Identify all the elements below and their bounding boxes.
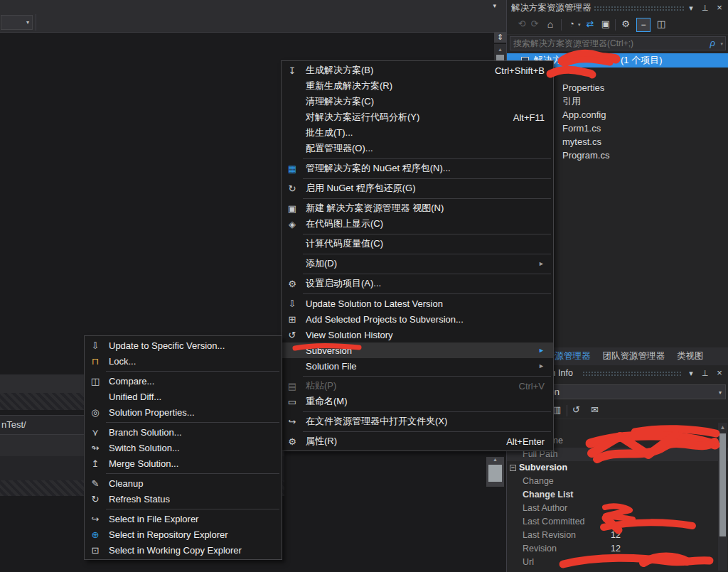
working-copy-explorer-icon: ⊡ [85,545,106,556]
menu-item-build-solution[interactable]: ↧ 生成解决方案(B) Ctrl+Shift+B [282,63,553,78]
scrollbar-thumb[interactable] [719,433,726,536]
close-icon[interactable]: × [714,0,725,16]
property-group-subversion[interactable]: − Subversion [507,461,728,475]
menu-item-set-startup-project[interactable]: ⚙ 设置启动项目(A)... [282,276,553,291]
menu-item-show-on-code-map[interactable]: ◈ 在代码图上显示(C) [282,216,553,232]
submenu-item-solution-properties[interactable]: ◎ Solution Properties... [85,404,282,420]
repository-explorer-icon: ⊕ [85,529,106,540]
menu-item-enable-nuget-restore[interactable]: ↻ 启用 NuGet 程序包还原(G) [282,180,553,196]
window-position-icon[interactable]: ▾ [685,365,697,381]
menu-item-subversion[interactable]: Subversion ► [282,342,553,358]
chevron-down-icon[interactable]: ▾ [720,41,723,47]
menu-item-rebuild-solution[interactable]: 重新生成解决方案(R) [282,78,553,94]
menu-separator [303,293,551,294]
menu-item-open-folder-in-explorer[interactable]: ↪ 在文件资源管理器中打开文件夹(X) [282,414,553,429]
sync-active-document-icon[interactable]: ◫ [655,18,668,29]
submenu-item-cleanup[interactable]: ✎ Cleanup [85,475,282,491]
splitter-handle-icon[interactable]: ⇕ [494,32,506,44]
drag-dots [594,6,685,11]
pin-icon[interactable]: ⊤ [700,365,711,381]
menu-item-manage-nuget[interactable]: ▦ 管理解决方案的 NuGet 程序包(N)... [282,161,553,176]
menu-item-new-explorer-view[interactable]: ▣ 新建 解决方案资源管理器 视图(N) [282,200,553,216]
property-row-changelist[interactable]: Change List [507,488,728,502]
rename-icon: ▭ [282,396,303,407]
property-row-lastauthor[interactable]: Last Author [507,502,728,515]
menu-item-paste[interactable]: ▤ 粘贴(P) Ctrl+V [282,378,553,394]
submenu-item-merge-solution[interactable]: ↥ Merge Solution... [85,455,282,471]
submenu-item-compare[interactable]: ◫ Compare... [85,373,282,389]
property-row-change[interactable]: Change [507,475,728,488]
pending-changes-filter-icon[interactable]: ◔ [565,18,578,29]
chevron-down-icon[interactable]: ▾ [578,22,581,28]
code-map-icon: ◈ [282,219,303,230]
preview-selected-toggle-icon[interactable]: − [636,18,651,32]
comment-icon[interactable]: ✉ [591,404,599,415]
menu-item-add[interactable]: 添加(D) ► [282,256,553,271]
menu-item-view-solution-history[interactable]: ↺ View Solution History [282,327,553,342]
chevron-down-icon: ▾ [719,389,722,396]
menu-separator [303,158,551,159]
refresh-icon[interactable]: ⇄ [584,18,596,29]
switch-icon: ↬ [85,443,106,453]
back-icon[interactable]: ⟲ [515,18,528,29]
property-row-url[interactable]: Url [507,556,728,569]
new-view-icon[interactable]: ▣ [599,18,612,29]
window-position-icon[interactable]: ▾ [685,0,697,16]
menu-item-add-projects-to-subversion[interactable]: ⊞ Add Selected Projects to Subversion... [282,311,553,327]
lock-icon: ⊓ [85,356,106,367]
submenu-item-lock[interactable]: ⊓ Lock... [85,353,282,369]
tab-class-view[interactable]: 类视图 [677,350,704,362]
menu-item-solution-file[interactable]: Solution File ► [282,358,553,374]
grid-scrollbar[interactable]: ▲ [718,423,727,571]
menu-item-update-solution-latest[interactable]: ⇩ Update Solution to Latest Version [282,296,553,311]
submenu-item-update-specific-version[interactable]: ⇩ Update to Specific Version... [85,338,282,353]
add-to-subversion-icon: ⊞ [282,314,303,325]
url-fragment-text: nTest/ [1,419,26,430]
property-row-lastrevision[interactable]: Last Revision 12 [507,529,728,542]
history-icon[interactable]: ↺ [572,404,580,415]
redacted-value [609,556,728,569]
title-bar: ▾ [0,0,506,13]
property-row-lastcommitted[interactable]: Last Committed [507,515,728,529]
search-icon[interactable]: ρ [710,38,715,48]
branch-icon: ⋎ [85,427,106,438]
properties-wrench-icon[interactable]: ⚙ [619,18,632,29]
scroll-up-icon: ▲ [486,457,504,463]
solution-label-suffix: (1 个项目) [621,54,663,67]
menu-item-properties[interactable]: ⚙ 属性(R) Alt+Enter [282,433,553,449]
submenu-item-select-in-working-copy-explorer[interactable]: ⊡ Select in Working Copy Explorer [85,542,282,558]
tab-team-explorer[interactable]: 团队资源管理器 [603,350,665,362]
forward-icon[interactable]: ⟳ [528,18,541,29]
toolbar-overflow-icon[interactable]: ▾ [493,2,496,9]
menu-item-code-analysis[interactable]: 对解决方案运行代码分析(Y) Alt+F11 [282,109,553,125]
menu-separator [106,422,279,423]
pin-icon[interactable]: ⊤ [700,0,711,16]
submenu-item-select-in-file-explorer[interactable]: ↪ Select in File Explorer [85,511,282,527]
toolbar-separator [567,405,567,416]
chevron-down-icon: ▾ [26,19,29,26]
submenu-item-branch-solution[interactable]: ⋎ Branch Solution... [85,424,282,440]
collapse-expander-icon[interactable]: − [510,465,516,471]
submenu-item-select-in-repository-explorer[interactable]: ⊕ Select in Repository Explorer [85,527,282,542]
property-row-revision[interactable]: Revision 12 [507,542,728,556]
submenu-item-refresh-status[interactable]: ↻ Refresh Status [85,491,282,507]
paste-icon: ▤ [282,381,303,392]
menu-item-batch-build[interactable]: 批生成(T)... [282,125,553,141]
submenu-item-unified-diff[interactable]: Unified Diff... [85,389,282,404]
close-icon[interactable]: × [714,365,725,381]
scroll-up-icon[interactable]: ▲ [494,44,506,52]
scroll-up-icon[interactable]: ▲ [718,423,727,432]
submenu-item-switch-solution[interactable]: ↬ Switch Solution... [85,440,282,455]
update-latest-icon: ⇩ [282,298,303,309]
drag-dots [582,371,682,377]
menu-item-clean-solution[interactable]: 清理解决方案(C) [282,94,553,109]
search-input[interactable] [510,37,702,50]
menu-item-configuration-manager[interactable]: 配置管理器(O)... [282,141,553,156]
menu-separator [303,254,551,254]
menu-item-code-metrics[interactable]: 计算代码度量值(C) [282,236,553,252]
update-specific-icon: ⇩ [85,340,106,351]
menu-item-rename[interactable]: ▭ 重命名(M) [282,394,553,409]
solution-explorer-header: 解决方案资源管理器 ▾ ⊤ × [507,0,728,16]
home-icon[interactable]: ⌂ [544,18,557,30]
toolbar-combobox[interactable]: ▾ [1,15,33,30]
